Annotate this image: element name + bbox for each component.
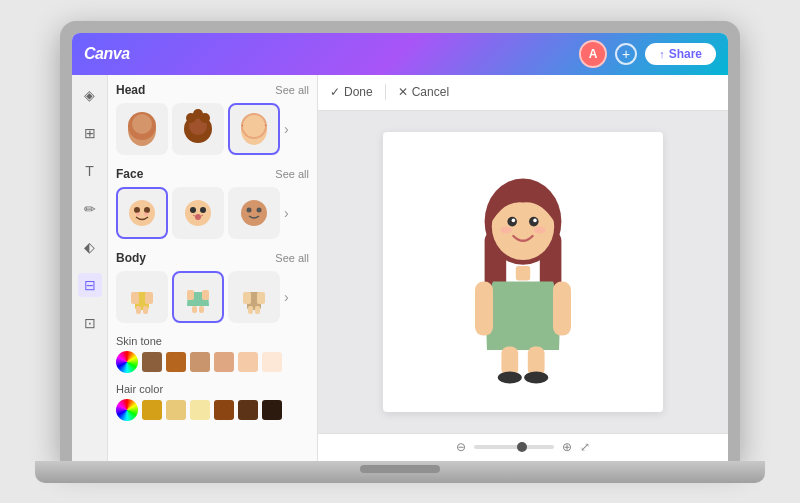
head-items-row: Cindy › — [116, 103, 309, 155]
head-item-3[interactable]: Cindy — [228, 103, 280, 155]
face-section-header: Face See all — [116, 167, 309, 181]
zoom-out-icon[interactable]: ⊖ — [456, 440, 466, 454]
head-section: Head See all — [116, 83, 309, 155]
svg-point-17 — [190, 207, 196, 213]
face-section-title: Face — [116, 167, 143, 181]
skin-swatch-3[interactable] — [190, 352, 210, 372]
svg-point-21 — [247, 207, 252, 212]
avatar[interactable]: A — [579, 40, 607, 68]
svg-point-18 — [200, 207, 206, 213]
head-see-all[interactable]: See all — [275, 84, 309, 96]
face-item-3[interactable] — [228, 187, 280, 239]
skin-swatch-1[interactable] — [142, 352, 162, 372]
svg-rect-31 — [199, 306, 204, 313]
svg-point-7 — [193, 109, 203, 119]
svg-point-46 — [524, 371, 548, 383]
svg-rect-30 — [192, 306, 197, 313]
body-items-row: › — [116, 271, 309, 323]
body-item-1[interactable] — [116, 271, 168, 323]
cancel-button[interactable]: ✕ Cancel — [398, 85, 449, 99]
svg-point-53 — [534, 226, 546, 233]
laptop-screen: Canva A + ↑ Share — [72, 33, 728, 461]
canvas-toolbar: ✓ Done ✕ Cancel — [318, 75, 728, 111]
hair-color-row — [116, 399, 309, 421]
hair-swatch-3[interactable] — [190, 400, 210, 420]
character-panel: Head See all — [108, 75, 318, 461]
svg-rect-24 — [131, 292, 139, 304]
hair-swatch-2[interactable] — [166, 400, 186, 420]
grid-icon[interactable]: ⊟ — [78, 273, 102, 297]
skin-tone-title: Skin tone — [116, 335, 309, 347]
body-item-3[interactable] — [228, 271, 280, 323]
svg-point-12 — [134, 207, 140, 213]
face-section: Face See all — [116, 167, 309, 239]
svg-point-45 — [498, 371, 522, 383]
head-item-1[interactable] — [116, 103, 168, 155]
topbar-right: A + ↑ Share — [579, 40, 716, 68]
hair-swatch-5[interactable] — [238, 400, 258, 420]
photos-icon[interactable]: ⊞ — [78, 121, 102, 145]
text-icon[interactable]: T — [78, 159, 102, 183]
skin-tone-row — [116, 351, 309, 373]
upload-icon: ↑ — [659, 48, 665, 60]
canvas-bottom: ⊖ ⊕ ⤢ — [318, 433, 728, 461]
svg-rect-40 — [516, 266, 530, 280]
svg-point-51 — [533, 218, 537, 222]
canvas-content[interactable] — [318, 111, 728, 433]
svg-point-2 — [132, 114, 152, 134]
fullscreen-icon[interactable]: ⤢ — [580, 440, 590, 454]
face-item-1[interactable] — [116, 187, 168, 239]
head-section-title: Head — [116, 83, 145, 97]
svg-rect-41 — [475, 281, 493, 335]
svg-rect-33 — [243, 292, 251, 304]
canvas-area: ✓ Done ✕ Cancel — [318, 75, 728, 461]
svg-point-22 — [257, 207, 262, 212]
skin-tone-section: Skin tone — [116, 335, 309, 373]
share-nav-icon[interactable]: ⬖ — [78, 235, 102, 259]
add-people-button[interactable]: + — [615, 43, 637, 65]
laptop-wrapper: Canva A + ↑ Share — [35, 21, 765, 483]
laptop-outer: Canva A + ↑ Share — [60, 21, 740, 461]
body-section-header: Body See all — [116, 251, 309, 265]
hair-color-title: Hair color — [116, 383, 309, 395]
svg-rect-29 — [202, 290, 209, 300]
body-chevron-right[interactable]: › — [284, 289, 289, 305]
hair-swatch-6[interactable] — [262, 400, 282, 420]
head-item-2[interactable] — [172, 103, 224, 155]
skin-tone-color-wheel[interactable] — [116, 351, 138, 373]
face-item-2[interactable] — [172, 187, 224, 239]
toolbar-separator — [385, 84, 386, 100]
svg-rect-28 — [187, 290, 194, 300]
hair-color-wheel[interactable] — [116, 399, 138, 421]
head-chevron-right[interactable]: › — [284, 121, 289, 137]
zoom-in-icon[interactable]: ⊕ — [562, 440, 572, 454]
svg-rect-36 — [255, 306, 260, 314]
draw-icon[interactable]: ✏ — [78, 197, 102, 221]
more-icon[interactable]: ⊡ — [78, 311, 102, 335]
svg-rect-35 — [248, 306, 253, 314]
main-area: ◈ ⊞ T ✏ ⬖ ⊟ ⊡ Head S — [72, 75, 728, 461]
hair-swatch-1[interactable] — [142, 400, 162, 420]
svg-point-16 — [185, 200, 211, 226]
white-canvas — [383, 132, 663, 412]
body-see-all[interactable]: See all — [275, 252, 309, 264]
skin-swatch-5[interactable] — [238, 352, 258, 372]
svg-rect-42 — [553, 281, 571, 335]
skin-swatch-4[interactable] — [214, 352, 234, 372]
body-item-2[interactable] — [172, 271, 224, 323]
svg-rect-26 — [136, 306, 141, 314]
hair-swatch-4[interactable] — [214, 400, 234, 420]
skin-swatch-6[interactable] — [262, 352, 282, 372]
elements-icon[interactable]: ◈ — [78, 83, 102, 107]
svg-rect-27 — [143, 306, 148, 314]
face-see-all[interactable]: See all — [275, 168, 309, 180]
body-section-title: Body — [116, 251, 146, 265]
svg-point-13 — [144, 207, 150, 213]
done-button[interactable]: ✓ Done — [330, 85, 373, 99]
skin-swatch-2[interactable] — [166, 352, 186, 372]
laptop-base — [35, 461, 765, 483]
share-button[interactable]: ↑ Share — [645, 43, 716, 65]
sidebar-icons: ◈ ⊞ T ✏ ⬖ ⊟ ⊡ — [72, 75, 108, 461]
face-chevron-right[interactable]: › — [284, 205, 289, 221]
zoom-slider[interactable] — [474, 445, 554, 449]
